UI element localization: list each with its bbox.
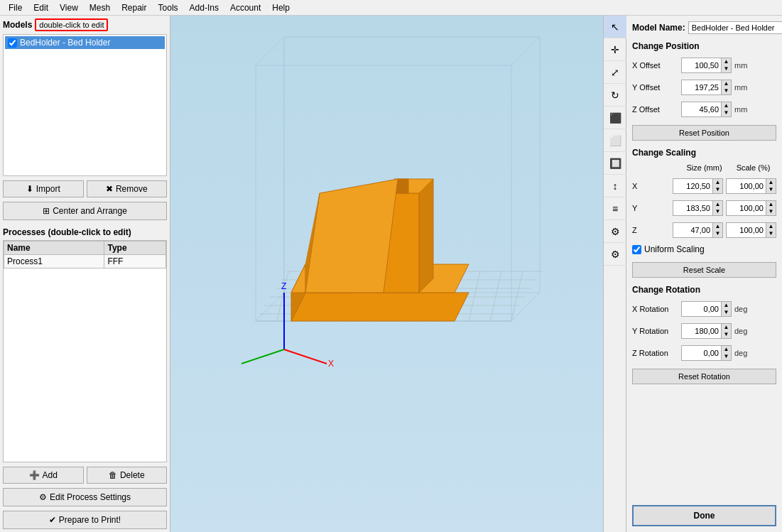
x-offset-spinbox-btns: ▲ ▼ — [721, 58, 731, 72]
menu-repair[interactable]: Repair — [116, 1, 152, 14]
scale-y-size-down[interactable]: ▼ — [712, 208, 722, 215]
add-icon: ➕ — [29, 470, 40, 480]
x-offset-input[interactable] — [682, 60, 721, 71]
scale-x-size-input[interactable] — [673, 180, 712, 192]
y-rotation-input[interactable] — [682, 325, 721, 337]
model-name-input[interactable] — [688, 21, 782, 34]
y-offset-row: Y Offset ▲ ▼ mm — [632, 80, 776, 95]
remove-button[interactable]: ✖ Remove — [87, 180, 168, 197]
x-offset-label: X Offset — [632, 61, 678, 70]
z-axis-button[interactable]: ↕ — [604, 175, 626, 197]
menu-tools[interactable]: Tools — [153, 1, 184, 14]
reset-rotation-button[interactable]: Reset Rotation — [632, 369, 776, 384]
x-rotation-unit: deg — [734, 305, 747, 313]
menu-view[interactable]: View — [54, 1, 84, 14]
move-tool-button[interactable]: ✛ — [604, 38, 626, 61]
scale-z-size-input[interactable] — [673, 224, 712, 236]
scale-z-pct-down[interactable]: ▼ — [766, 230, 776, 237]
z-rotation-btns: ▲ ▼ — [721, 346, 731, 360]
done-button[interactable]: Done — [632, 505, 776, 526]
table-row[interactable]: Process1 FFF — [4, 255, 166, 268]
menu-account[interactable]: Account — [224, 1, 266, 14]
scale-y-row: Y ▲ ▼ ▲ ▼ — [632, 200, 776, 216]
remove-label: Remove — [116, 184, 148, 194]
main-layout: Models double-click to edit BedHolder - … — [0, 16, 782, 532]
view-top-button[interactable]: ⬜ — [604, 129, 626, 152]
scale-z-size-up[interactable]: ▲ — [712, 223, 722, 230]
rotate-tool-button[interactable]: ↻ — [604, 84, 626, 107]
scale-y-pct-down[interactable]: ▼ — [766, 208, 776, 215]
icon-toolbar: ↖ ✛ ⤢ ↻ ⬛ ⬜ 🔲 ↕ ≡ ⚙ ⚙ — [603, 16, 626, 532]
z-offset-down-btn[interactable]: ▼ — [721, 109, 731, 116]
cursor-tool-button[interactable]: ↖ — [604, 16, 626, 38]
uniform-scaling-checkbox[interactable] — [632, 245, 641, 254]
x-offset-down-btn[interactable]: ▼ — [721, 65, 731, 72]
x-rotation-row: X Rotation ▲ ▼ deg — [632, 301, 776, 317]
process-col-type: Type — [104, 241, 166, 255]
scale-x-pct-up[interactable]: ▲ — [766, 179, 776, 186]
model-list-item[interactable]: BedHolder - Bed Holder — [5, 36, 165, 49]
change-position-title: Change Position — [632, 41, 776, 51]
settings-icon-button[interactable]: ⚙ — [604, 220, 626, 243]
x-rotation-btns: ▲ ▼ — [721, 302, 731, 316]
z-offset-input[interactable] — [682, 104, 721, 115]
x-rotation-input[interactable] — [682, 303, 721, 315]
menu-mesh[interactable]: Mesh — [84, 1, 116, 14]
x-offset-up-btn[interactable]: ▲ — [721, 58, 731, 65]
z-offset-row: Z Offset ▲ ▼ mm — [632, 102, 776, 117]
add-delete-row: ➕ Add 🗑 Delete — [3, 462, 167, 484]
x-rotation-down[interactable]: ▼ — [721, 309, 731, 316]
scale-x-size-up[interactable]: ▲ — [712, 179, 722, 186]
center-arrange-button[interactable]: ⊞ Center and Arrange — [3, 202, 167, 220]
z-rotation-input[interactable] — [682, 347, 721, 359]
process-col-name: Name — [4, 241, 104, 255]
svg-text:Z: Z — [281, 281, 286, 291]
scale-x-size-down[interactable]: ▼ — [712, 186, 722, 193]
y-offset-input[interactable] — [682, 82, 721, 93]
y-rotation-up[interactable]: ▲ — [721, 324, 731, 331]
reset-position-button[interactable]: Reset Position — [632, 125, 776, 141]
scale-z-pct-input[interactable] — [727, 224, 766, 236]
scale-x-pct-input[interactable] — [727, 180, 766, 192]
scale-y-size-up[interactable]: ▲ — [712, 201, 722, 208]
svg-line-23 — [469, 271, 480, 321]
menubar: File Edit View Mesh Repair Tools Add-Ins… — [0, 0, 782, 16]
scale-z-pct-up[interactable]: ▲ — [766, 223, 776, 230]
scale-z-size-down[interactable]: ▼ — [712, 230, 722, 237]
scale-z-pct-spinbox: ▲ ▼ — [726, 222, 776, 238]
3d-scene: Z X — [213, 23, 603, 392]
y-rotation-down[interactable]: ▼ — [721, 331, 731, 338]
layers-button[interactable]: ≡ — [604, 197, 626, 220]
edit-process-settings-button[interactable]: ⚙ Edit Process Settings — [3, 488, 167, 506]
svg-line-39 — [241, 349, 284, 364]
z-rotation-down[interactable]: ▼ — [721, 353, 731, 360]
prepare-print-button[interactable]: ✔ Prepare to Print! — [3, 511, 167, 529]
import-button[interactable]: ⬇ Import — [3, 180, 84, 197]
menu-file[interactable]: File — [3, 1, 28, 14]
view-front-button[interactable]: 🔲 — [604, 152, 626, 175]
add-button[interactable]: ➕ Add — [3, 467, 84, 484]
scale-tool-button[interactable]: ⤢ — [604, 61, 626, 84]
y-offset-up-btn[interactable]: ▲ — [721, 80, 731, 87]
delete-button[interactable]: 🗑 Delete — [87, 467, 168, 484]
y-offset-unit: mm — [734, 83, 747, 92]
z-rotation-up[interactable]: ▲ — [721, 346, 731, 353]
scale-y-size-input[interactable] — [673, 202, 712, 214]
scale-y-pct-input[interactable] — [727, 202, 766, 214]
reset-scale-button[interactable]: Reset Scale — [632, 262, 776, 278]
view-iso-button[interactable]: ⬛ — [604, 107, 626, 129]
scale-z-row: Z ▲ ▼ ▲ ▼ — [632, 222, 776, 238]
models-dblclick-hint: double-click to edit — [35, 18, 108, 31]
menu-help[interactable]: Help — [266, 1, 295, 14]
uniform-scaling-label: Uniform Scaling — [644, 244, 705, 254]
model-checkbox[interactable] — [8, 38, 17, 48]
scale-y-pct-up[interactable]: ▲ — [766, 201, 776, 208]
x-rotation-up[interactable]: ▲ — [721, 302, 731, 309]
viewport[interactable]: Z X — [170, 16, 603, 532]
scale-x-pct-down[interactable]: ▼ — [766, 186, 776, 193]
z-offset-up-btn[interactable]: ▲ — [721, 102, 731, 109]
y-offset-down-btn[interactable]: ▼ — [721, 87, 731, 94]
slice-button[interactable]: ⚙ — [604, 243, 626, 266]
menu-edit[interactable]: Edit — [28, 1, 54, 14]
menu-addins[interactable]: Add-Ins — [184, 1, 224, 14]
